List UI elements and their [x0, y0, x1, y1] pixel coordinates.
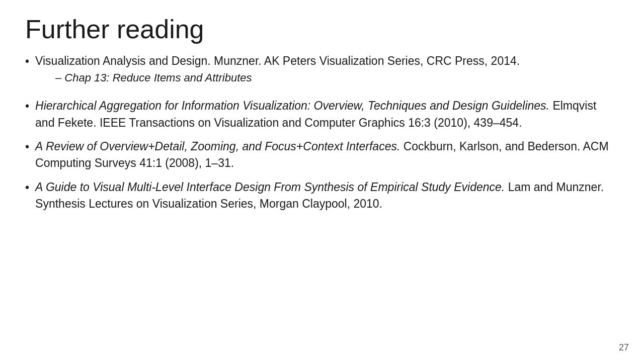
list-item: • A Guide to Visual Multi-Level Interfac… [25, 179, 619, 213]
bullet-marker: • [25, 98, 29, 115]
bullet-marker: • [25, 139, 29, 155]
bullet-text: A Review of Overview+Detail, Zooming, an… [35, 138, 619, 172]
bullet-text: Hierarchical Aggregation for Information… [35, 98, 619, 131]
list-item: • A Review of Overview+Detail, Zooming, … [25, 138, 619, 172]
sub-bullet-text: Chap 13: Reduce Items and Attributes [64, 71, 252, 84]
sub-bullet: Chap 13: Reduce Items and Attributes [55, 70, 619, 86]
bullet-text: Visualization Analysis and Design. Munzn… [35, 53, 619, 90]
slide-number: 27 [619, 342, 629, 353]
bullet-marker: • [25, 53, 29, 70]
bullet4-italic: A Guide to Visual Multi-Level Interface … [35, 180, 505, 194]
bullet-marker: • [25, 179, 29, 196]
slide: Further reading • Visualization Analysis… [0, 0, 644, 362]
bullet1-text: Visualization Analysis and Design. Munzn… [35, 54, 520, 67]
bullet-text: A Guide to Visual Multi-Level Interface … [35, 179, 619, 213]
slide-title: Further reading [25, 15, 619, 44]
list-item: • Visualization Analysis and Design. Mun… [25, 53, 619, 90]
list-item: • Hierarchical Aggregation for Informati… [25, 98, 619, 131]
content-area: • Visualization Analysis and Design. Mun… [25, 53, 619, 212]
bullet3-italic: A Review of Overview+Detail, Zooming, an… [35, 140, 400, 153]
bullet2-italic: Hierarchical Aggregation for Information… [35, 99, 549, 112]
